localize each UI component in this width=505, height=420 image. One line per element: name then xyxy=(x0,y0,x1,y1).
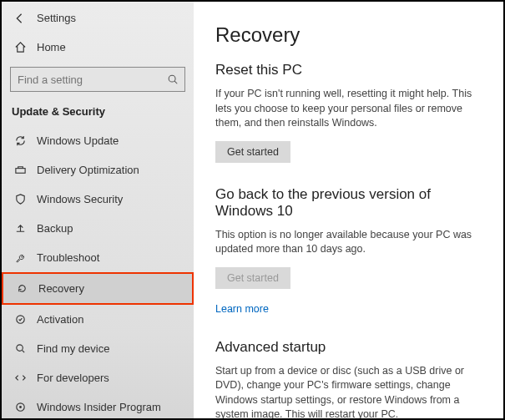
goback-get-started-button: Get started xyxy=(215,267,290,289)
insider-icon xyxy=(13,401,27,413)
main-content: Recovery Reset this PC If your PC isn't … xyxy=(194,2,503,418)
recovery-icon xyxy=(15,282,28,295)
reset-get-started-button[interactable]: Get started xyxy=(215,141,290,163)
sidebar: Settings Home Update & Security Windows … xyxy=(2,2,194,418)
troubleshoot-icon xyxy=(13,251,27,264)
sidebar-item-label: Windows Update xyxy=(37,134,119,147)
svg-line-5 xyxy=(22,350,24,352)
section-reset-pc: Reset this PC If your PC isn't running w… xyxy=(215,62,485,163)
sidebar-item-label: Recovery xyxy=(38,282,84,295)
find-device-icon xyxy=(13,342,27,355)
sidebar-item-activation[interactable]: Activation xyxy=(2,305,194,334)
sidebar-item-backup[interactable]: Backup xyxy=(2,214,194,243)
advanced-heading: Advanced startup xyxy=(215,339,485,356)
svg-point-0 xyxy=(169,75,175,82)
sidebar-item-find-my-device[interactable]: Find my device xyxy=(2,334,194,363)
search-input[interactable] xyxy=(10,67,185,92)
search-container xyxy=(10,67,185,92)
svg-point-4 xyxy=(16,345,23,352)
developers-icon xyxy=(13,372,27,384)
shield-icon xyxy=(13,193,27,205)
sidebar-item-label: Windows Insider Program xyxy=(37,401,161,413)
reset-heading: Reset this PC xyxy=(215,62,485,78)
search-icon xyxy=(167,73,179,85)
sidebar-section-title: Update & Security xyxy=(2,100,194,126)
goback-heading: Go back to the previous version of Windo… xyxy=(215,186,485,220)
sidebar-item-troubleshoot[interactable]: Troubleshoot xyxy=(2,243,194,272)
learn-more-link[interactable]: Learn more xyxy=(215,303,269,315)
sidebar-item-label: Troubleshoot xyxy=(37,251,99,264)
home-icon xyxy=(13,41,27,53)
svg-point-7 xyxy=(19,406,22,408)
sidebar-item-delivery-optimization[interactable]: Delivery Optimization xyxy=(2,155,194,185)
advanced-description: Start up from a device or disc (such as … xyxy=(215,364,485,419)
sidebar-item-windows-insider[interactable]: Windows Insider Program xyxy=(2,392,194,420)
sidebar-home[interactable]: Home xyxy=(2,33,194,62)
window-title: Settings xyxy=(37,12,76,24)
backup-icon xyxy=(13,222,27,235)
activation-icon xyxy=(13,313,27,326)
sidebar-item-label: Windows Security xyxy=(37,193,123,205)
titlebar: Settings xyxy=(2,8,194,33)
sidebar-item-label: Activation xyxy=(37,313,83,326)
delivery-icon xyxy=(13,164,27,176)
reset-description: If your PC isn't running well, resetting… xyxy=(215,87,485,131)
sync-icon xyxy=(13,134,27,147)
sidebar-item-for-developers[interactable]: For developers xyxy=(2,363,194,392)
sidebar-item-windows-security[interactable]: Windows Security xyxy=(2,185,194,214)
goback-description: This option is no longer available becau… xyxy=(215,228,485,257)
section-advanced-startup: Advanced startup Start up from a device … xyxy=(215,339,485,419)
sidebar-item-label: Delivery Optimization xyxy=(37,164,139,176)
page-title: Recovery xyxy=(215,23,485,47)
sidebar-home-label: Home xyxy=(37,41,66,53)
svg-line-1 xyxy=(174,81,177,83)
sidebar-item-label: Backup xyxy=(37,222,73,235)
sidebar-item-label: For developers xyxy=(37,372,109,384)
sidebar-item-windows-update[interactable]: Windows Update xyxy=(2,126,194,155)
sidebar-item-recovery[interactable]: Recovery xyxy=(2,272,194,305)
svg-rect-2 xyxy=(15,169,24,174)
back-icon[interactable] xyxy=(13,13,25,24)
sidebar-nav: Windows Update Delivery Optimization Win… xyxy=(2,126,194,420)
section-go-back: Go back to the previous version of Windo… xyxy=(215,186,485,316)
sidebar-item-label: Find my device xyxy=(37,342,109,355)
